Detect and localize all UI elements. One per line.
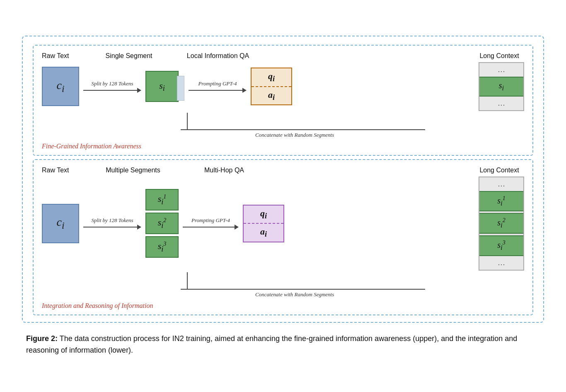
lower-col-multiple-segments-label: Multiple Segments [87,167,179,174]
upper-c-symbol: ci [57,79,65,94]
upper-prompting-arrow-line [189,88,247,93]
upper-lc-dots-bottom: … [479,97,523,110]
upper-col-local-info-label: Local Information QA [170,52,266,60]
upper-lc-segment: si [479,77,523,97]
upper-concat-hline [181,129,425,130]
upper-concat-label-wrap: Concatenate with Random Segments [255,131,334,138]
upper-concat-row: Concatenate with Random Segments [42,113,524,138]
lower-section: Raw Text Multiple Segments Multi-Hop QA … [33,159,533,315]
upper-segment-with-shadow: si [145,71,184,102]
upper-section: Raw Text Single Segment Local Informatio… [33,45,533,156]
upper-segment-area: si [145,71,184,102]
upper-lc-dots-top: … [479,63,523,77]
lower-split-arrow-line [83,225,141,230]
lower-concat-label-wrap: Concatenate with Random Segments [255,290,334,298]
lower-concat-horiz [181,289,425,290]
lower-concat-vert [187,272,188,289]
upper-col-single-segment-label: Single Segment [87,52,170,60]
upper-diagram: ci Split by 128 Tokens [42,62,524,138]
upper-split-arrow: Split by 128 Tokens [79,80,145,93]
upper-caption: Fine-Grained Information Awareness [42,143,524,150]
lower-caption: Integration and Reasoning of Information [42,302,524,310]
lower-diagram: ci Split by 128 Tokens s [42,177,524,298]
lower-col-raw-text-label: Raw Text [42,167,87,174]
lower-prompting-arrow: Prompting GPT-4 [179,217,243,230]
upper-segment-shadow [177,76,184,101]
upper-qa-q: qi [252,68,291,86]
outer-dashed-box: Raw Text Single Segment Local Informatio… [22,36,544,323]
upper-split-arrow-line [83,88,141,93]
upper-prompting-arrow: Prompting GPT-4 [184,80,251,93]
lower-lc-seg3: si3 [479,235,523,256]
figure-caption-label: Figure 2: [26,334,58,343]
lower-main-row: ci Split by 128 Tokens s [42,177,524,271]
upper-raw-text-block: ci [42,67,79,106]
lower-qa-a: ai [244,224,283,241]
lower-lc-dots-bottom: … [479,256,523,270]
upper-col-headers: Raw Text Single Segment Local Informatio… [42,52,524,62]
upper-concat-label: Concatenate with Random Segments [255,132,334,138]
upper-concat-horiz [181,129,425,130]
page-container: Raw Text Single Segment Local Informatio… [22,36,544,357]
lower-lc-col-wrap: … si1 si2 si3 … [479,177,524,271]
lower-concat-label: Concatenate with Random Segments [255,291,334,298]
lower-c-symbol: ci [57,215,65,231]
lower-seg1: si1 [145,189,179,211]
lower-lc-dots-top: … [479,177,523,191]
upper-concat-arrow: Concatenate with Random Segments [181,113,425,138]
lower-concat-row: Concatenate with Random Segments [42,272,524,298]
lower-long-context: … si1 si2 si3 … [479,177,524,271]
lower-col-multihop-label: Multi-Hop QA [179,167,270,174]
upper-lc-col-wrap: … si … [479,62,524,111]
lower-qa-q: qi [244,206,283,223]
lower-col-long-context-label: Long Context [474,167,524,174]
upper-long-context: … si … [479,62,524,111]
lower-concat-arrow: Concatenate with Random Segments [181,272,425,298]
lower-raw-text-block: ci [42,204,79,243]
upper-segment-block: si [145,71,179,102]
lower-seg2: si2 [145,213,179,234]
lower-multi-seg: si1 si2 si3 [145,189,179,258]
upper-col-long-context-label: Long Context [474,52,524,60]
lower-concat-hline [181,289,425,290]
lower-lc-seg1: si1 [479,191,523,212]
lower-seg3: si3 [145,236,179,258]
upper-qa-block: qi ai [251,68,292,105]
lower-col-headers: Raw Text Multiple Segments Multi-Hop QA … [42,167,524,177]
lower-lc-seg2: si2 [479,213,523,234]
upper-concat-vert [187,113,188,129]
lower-qa-block: qi ai [243,205,284,242]
lower-split-arrow: Split by 128 Tokens [79,217,145,230]
upper-main-row: ci Split by 128 Tokens [42,62,524,111]
figure-caption-text: The data construction process for IN2 tr… [26,334,517,355]
figure-caption: Figure 2: The data construction process … [22,333,544,357]
upper-col-raw-text-label: Raw Text [42,52,87,60]
upper-qa-a: ai [252,87,291,104]
lower-prompting-arrow-line [183,225,239,230]
